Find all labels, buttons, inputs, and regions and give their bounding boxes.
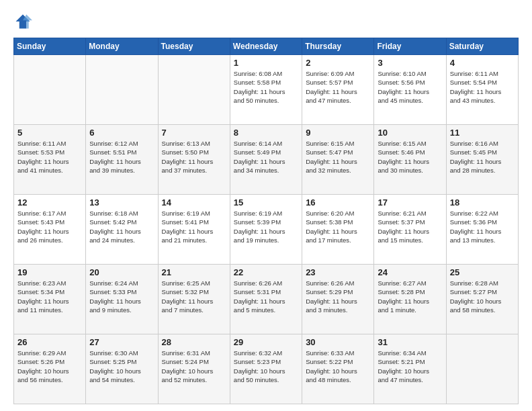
- calendar-cell: 5Sunrise: 6:11 AM Sunset: 5:53 PM Daylig…: [14, 125, 86, 195]
- calendar-cell: 12Sunrise: 6:17 AM Sunset: 5:43 PM Dayli…: [14, 195, 86, 265]
- calendar-cell: 14Sunrise: 6:19 AM Sunset: 5:41 PM Dayli…: [158, 195, 230, 265]
- day-info: Sunrise: 6:27 AM Sunset: 5:28 PM Dayligh…: [378, 279, 442, 314]
- day-info: Sunrise: 6:31 AM Sunset: 5:24 PM Dayligh…: [162, 349, 226, 384]
- calendar-cell: 2Sunrise: 6:09 AM Sunset: 5:57 PM Daylig…: [302, 55, 374, 125]
- calendar-cell: 8Sunrise: 6:14 AM Sunset: 5:49 PM Daylig…: [230, 125, 302, 195]
- day-info: Sunrise: 6:15 AM Sunset: 5:47 PM Dayligh…: [306, 139, 370, 175]
- day-info: Sunrise: 6:08 AM Sunset: 5:58 PM Dayligh…: [234, 69, 298, 105]
- day-info: Sunrise: 6:14 AM Sunset: 5:49 PM Dayligh…: [234, 139, 298, 175]
- calendar-cell: 17Sunrise: 6:21 AM Sunset: 5:37 PM Dayli…: [374, 195, 446, 265]
- day-number: 22: [234, 267, 298, 277]
- day-info: Sunrise: 6:23 AM Sunset: 5:34 PM Dayligh…: [17, 279, 82, 314]
- day-info: Sunrise: 6:20 AM Sunset: 5:38 PM Dayligh…: [306, 209, 370, 244]
- calendar-cell: 30Sunrise: 6:33 AM Sunset: 5:22 PM Dayli…: [302, 334, 374, 404]
- day-info: Sunrise: 6:26 AM Sunset: 5:31 PM Dayligh…: [234, 279, 298, 314]
- calendar-cell: 9Sunrise: 6:15 AM Sunset: 5:47 PM Daylig…: [302, 125, 374, 195]
- logo-icon: [13, 12, 32, 31]
- calendar-cell: 6Sunrise: 6:12 AM Sunset: 5:51 PM Daylig…: [86, 125, 158, 195]
- day-number: 3: [378, 58, 442, 68]
- calendar-week-2: 5Sunrise: 6:11 AM Sunset: 5:53 PM Daylig…: [14, 125, 519, 195]
- day-number: 24: [378, 267, 442, 277]
- day-number: 1: [234, 58, 298, 68]
- day-info: Sunrise: 6:10 AM Sunset: 5:56 PM Dayligh…: [378, 69, 442, 105]
- day-number: 14: [162, 197, 226, 208]
- day-info: Sunrise: 6:19 AM Sunset: 5:41 PM Dayligh…: [162, 209, 226, 244]
- day-info: Sunrise: 6:13 AM Sunset: 5:50 PM Dayligh…: [162, 139, 226, 175]
- day-number: 6: [89, 128, 154, 138]
- weekday-header-thursday: Thursday: [302, 38, 374, 55]
- calendar-week-4: 19Sunrise: 6:23 AM Sunset: 5:34 PM Dayli…: [14, 265, 519, 334]
- day-info: Sunrise: 6:16 AM Sunset: 5:45 PM Dayligh…: [450, 139, 515, 175]
- day-number: 25: [450, 267, 515, 277]
- day-info: Sunrise: 6:25 AM Sunset: 5:32 PM Dayligh…: [162, 279, 226, 314]
- day-number: 20: [89, 267, 154, 277]
- day-info: Sunrise: 6:34 AM Sunset: 5:21 PM Dayligh…: [378, 349, 442, 384]
- page: SundayMondayTuesdayWednesdayThursdayFrid…: [0, 0, 532, 411]
- day-info: Sunrise: 6:32 AM Sunset: 5:23 PM Dayligh…: [234, 349, 298, 384]
- calendar-week-1: 1Sunrise: 6:08 AM Sunset: 5:58 PM Daylig…: [14, 55, 519, 125]
- calendar-week-3: 12Sunrise: 6:17 AM Sunset: 5:43 PM Dayli…: [14, 195, 519, 265]
- calendar-cell: 7Sunrise: 6:13 AM Sunset: 5:50 PM Daylig…: [158, 125, 230, 195]
- day-number: 5: [17, 128, 82, 138]
- day-number: 16: [306, 197, 370, 208]
- day-info: Sunrise: 6:11 AM Sunset: 5:53 PM Dayligh…: [17, 139, 82, 175]
- calendar-cell: 22Sunrise: 6:26 AM Sunset: 5:31 PM Dayli…: [230, 265, 302, 334]
- day-number: 28: [162, 337, 226, 347]
- logo: [13, 12, 35, 31]
- day-number: 12: [17, 197, 82, 208]
- calendar-cell: 11Sunrise: 6:16 AM Sunset: 5:45 PM Dayli…: [446, 125, 518, 195]
- day-info: Sunrise: 6:12 AM Sunset: 5:51 PM Dayligh…: [89, 139, 154, 175]
- day-number: 23: [306, 267, 370, 277]
- calendar-cell: 4Sunrise: 6:11 AM Sunset: 5:54 PM Daylig…: [446, 55, 518, 125]
- header: [13, 12, 519, 31]
- day-number: 17: [378, 197, 442, 208]
- day-info: Sunrise: 6:26 AM Sunset: 5:29 PM Dayligh…: [306, 279, 370, 314]
- calendar-week-5: 26Sunrise: 6:29 AM Sunset: 5:26 PM Dayli…: [14, 334, 519, 404]
- day-number: 19: [17, 267, 82, 277]
- calendar-cell: [446, 334, 518, 404]
- calendar-table: SundayMondayTuesdayWednesdayThursdayFrid…: [13, 38, 519, 404]
- calendar-cell: 24Sunrise: 6:27 AM Sunset: 5:28 PM Dayli…: [374, 265, 446, 334]
- calendar-cell: 19Sunrise: 6:23 AM Sunset: 5:34 PM Dayli…: [14, 265, 86, 334]
- day-info: Sunrise: 6:28 AM Sunset: 5:27 PM Dayligh…: [450, 279, 515, 314]
- calendar-cell: 23Sunrise: 6:26 AM Sunset: 5:29 PM Dayli…: [302, 265, 374, 334]
- calendar-cell: 16Sunrise: 6:20 AM Sunset: 5:38 PM Dayli…: [302, 195, 374, 265]
- day-number: 7: [162, 128, 226, 138]
- calendar-cell: 15Sunrise: 6:19 AM Sunset: 5:39 PM Dayli…: [230, 195, 302, 265]
- day-number: 8: [234, 128, 298, 138]
- day-info: Sunrise: 6:19 AM Sunset: 5:39 PM Dayligh…: [234, 209, 298, 244]
- day-info: Sunrise: 6:18 AM Sunset: 5:42 PM Dayligh…: [89, 209, 154, 244]
- day-number: 11: [450, 128, 515, 138]
- day-number: 27: [89, 337, 154, 347]
- weekday-header-row: SundayMondayTuesdayWednesdayThursdayFrid…: [14, 38, 519, 55]
- weekday-header-wednesday: Wednesday: [230, 38, 302, 55]
- day-info: Sunrise: 6:21 AM Sunset: 5:37 PM Dayligh…: [378, 209, 442, 244]
- day-info: Sunrise: 6:29 AM Sunset: 5:26 PM Dayligh…: [17, 349, 82, 384]
- day-number: 30: [306, 337, 370, 347]
- weekday-header-tuesday: Tuesday: [158, 38, 230, 55]
- day-number: 13: [89, 197, 154, 208]
- day-number: 4: [450, 58, 515, 68]
- day-info: Sunrise: 6:22 AM Sunset: 5:36 PM Dayligh…: [450, 209, 515, 244]
- calendar-cell: 20Sunrise: 6:24 AM Sunset: 5:33 PM Dayli…: [86, 265, 158, 334]
- calendar-cell: 13Sunrise: 6:18 AM Sunset: 5:42 PM Dayli…: [86, 195, 158, 265]
- calendar-cell: 27Sunrise: 6:30 AM Sunset: 5:25 PM Dayli…: [86, 334, 158, 404]
- day-info: Sunrise: 6:17 AM Sunset: 5:43 PM Dayligh…: [17, 209, 82, 244]
- weekday-header-sunday: Sunday: [14, 38, 86, 55]
- calendar-cell: 31Sunrise: 6:34 AM Sunset: 5:21 PM Dayli…: [374, 334, 446, 404]
- day-number: 9: [306, 128, 370, 138]
- day-info: Sunrise: 6:11 AM Sunset: 5:54 PM Dayligh…: [450, 69, 515, 105]
- calendar-cell: [86, 55, 158, 125]
- day-number: 15: [234, 197, 298, 208]
- day-number: 2: [306, 58, 370, 68]
- weekday-header-friday: Friday: [374, 38, 446, 55]
- day-number: 29: [234, 337, 298, 347]
- calendar-cell: 28Sunrise: 6:31 AM Sunset: 5:24 PM Dayli…: [158, 334, 230, 404]
- calendar-cell: 21Sunrise: 6:25 AM Sunset: 5:32 PM Dayli…: [158, 265, 230, 334]
- calendar-cell: 26Sunrise: 6:29 AM Sunset: 5:26 PM Dayli…: [14, 334, 86, 404]
- day-info: Sunrise: 6:15 AM Sunset: 5:46 PM Dayligh…: [378, 139, 442, 175]
- calendar-cell: [14, 55, 86, 125]
- calendar-cell: 25Sunrise: 6:28 AM Sunset: 5:27 PM Dayli…: [446, 265, 518, 334]
- day-number: 18: [450, 197, 515, 208]
- weekday-header-monday: Monday: [86, 38, 158, 55]
